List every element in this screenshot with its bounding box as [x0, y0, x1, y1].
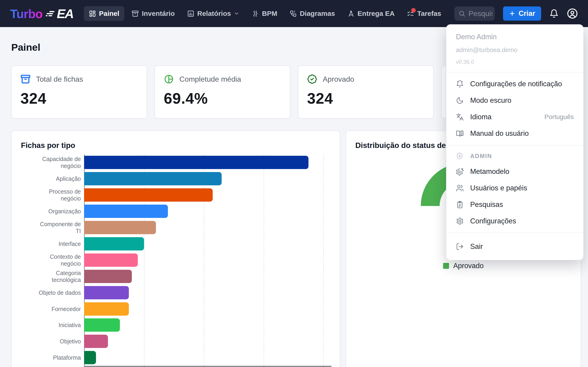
- stat-card-completeness: Completude média 69.4%: [155, 65, 290, 119]
- bar-chart-card: Fichas por tipo Capacidade de negócioApl…: [11, 131, 340, 367]
- bar-category-label: Objetivo: [35, 338, 81, 345]
- menu-item-dark-mode[interactable]: Modo escuro: [446, 92, 583, 109]
- nav-label: Diagramas: [300, 10, 335, 17]
- menu-section-general: Configurações de notificação Modo escuro…: [446, 72, 583, 145]
- bar-row: Componente de TI: [21, 219, 331, 236]
- bar[interactable]: [84, 221, 156, 234]
- plus-icon: [509, 10, 515, 17]
- bar-row: Plataforma: [21, 350, 331, 366]
- user-menu-header: Demo Admin admin@turboea.demo v0.36.0: [446, 25, 583, 72]
- menu-section-logout: Sair: [446, 233, 583, 260]
- menu-item-surveys[interactable]: Pesquisas: [446, 196, 583, 213]
- bar-row: Interface: [21, 236, 331, 252]
- nav-item-diagramas[interactable]: Diagramas: [285, 6, 340, 21]
- bell-icon: [456, 80, 464, 88]
- bar-category-label: Interface: [35, 240, 81, 247]
- nav-label: Inventário: [142, 10, 174, 17]
- menu-item-settings[interactable]: Configurações: [446, 213, 583, 229]
- logo-text-ea: EA: [57, 6, 73, 21]
- user-dropdown-menu: Demo Admin admin@turboea.demo v0.36.0 Co…: [446, 25, 583, 260]
- app-logo[interactable]: Turbo EA: [10, 6, 73, 21]
- stat-card-approved: Aprovado 324: [298, 65, 434, 119]
- menu-item-user-manual[interactable]: Manual do usuário: [446, 125, 583, 142]
- menu-item-label: Pesquisas: [470, 200, 503, 209]
- bar-category-label: Contexto de negócio: [35, 253, 81, 267]
- gear-icon: [456, 217, 464, 225]
- nav-label: Painel: [99, 10, 119, 17]
- nav-label: Relatórios: [197, 10, 231, 17]
- compass-icon: [347, 10, 355, 17]
- bar[interactable]: [84, 351, 96, 364]
- search-box[interactable]: [454, 6, 495, 21]
- menu-item-users-roles[interactable]: Usuários e papéis: [446, 180, 583, 196]
- bar[interactable]: [84, 156, 309, 169]
- user-avatar-icon: [567, 8, 578, 19]
- bar-row: Contexto de negócio: [21, 252, 331, 268]
- nav-label: BPM: [262, 10, 277, 17]
- search-input[interactable]: [468, 9, 493, 18]
- bar[interactable]: [84, 335, 108, 348]
- menu-item-metamodel[interactable]: Metamodelo: [446, 163, 583, 180]
- bar[interactable]: [84, 270, 132, 283]
- create-button[interactable]: Criar: [503, 6, 541, 21]
- search-icon: [458, 10, 465, 17]
- bell-icon: [549, 9, 559, 18]
- navbar: Turbo EA Painel Inventário Relatórios: [0, 0, 588, 27]
- user-avatar-button[interactable]: [567, 8, 578, 19]
- nav-item-entrega-ea[interactable]: Entrega EA: [342, 6, 400, 21]
- nav-item-painel[interactable]: Painel: [84, 6, 124, 21]
- bar-row: Organização: [21, 203, 331, 219]
- menu-item-label: Modo escuro: [470, 96, 511, 105]
- bar-row: Objetivo: [21, 333, 331, 350]
- nav-item-relatorios[interactable]: Relatórios: [182, 6, 245, 21]
- bar-row: Objeto de dados: [21, 284, 331, 301]
- bar[interactable]: [84, 286, 129, 299]
- nav-item-inventario[interactable]: Inventário: [127, 6, 180, 21]
- admin-section-label: ADMIN: [470, 152, 492, 160]
- menu-item-logout[interactable]: Sair: [446, 236, 583, 257]
- legend-label[interactable]: Aprovado: [453, 262, 484, 270]
- legend-swatch-aprovado[interactable]: [443, 263, 449, 269]
- menu-item-notification-settings[interactable]: Configurações de notificação: [446, 76, 583, 92]
- app-version: v0.36.0: [456, 59, 574, 65]
- menu-item-language[interactable]: Idioma Português: [446, 109, 583, 125]
- bar[interactable]: [84, 205, 168, 218]
- bar-category-label: Plataforma: [35, 354, 81, 361]
- report-chart-icon: [187, 10, 194, 17]
- menu-item-label: Manual do usuário: [470, 129, 529, 138]
- bar[interactable]: [84, 188, 213, 202]
- bpm-icon: [252, 10, 259, 17]
- stat-card-total: Total de fichas 324: [11, 65, 147, 119]
- dashboard-icon: [89, 10, 96, 17]
- bar[interactable]: [84, 237, 144, 250]
- bar-category-label: Categoria tecnológica: [35, 269, 81, 283]
- menu-item-label: Idioma: [470, 113, 492, 121]
- bar[interactable]: [84, 253, 138, 267]
- bar[interactable]: [84, 172, 222, 185]
- bar[interactable]: [84, 302, 129, 316]
- pie-icon: [164, 74, 174, 84]
- notifications-button[interactable]: [549, 9, 559, 18]
- bar-category-label: Aplicação: [35, 175, 81, 182]
- bar-chart-title: Fichas por tipo: [21, 141, 75, 150]
- bar-row: Categoria tecnológica: [21, 268, 331, 284]
- nav-item-tarefas[interactable]: Tarefas: [402, 6, 446, 21]
- clipboard-icon: [456, 201, 464, 209]
- diagram-icon: [290, 10, 297, 17]
- navbar-actions: Criar: [454, 6, 578, 21]
- bar-row: Iniciativa: [21, 317, 331, 333]
- bar-category-label: Fornecedor: [35, 306, 81, 312]
- speed-lines-icon: [45, 10, 56, 19]
- bar[interactable]: [84, 318, 120, 332]
- badge-check-icon: [307, 74, 317, 84]
- menu-item-label: Metamodelo: [470, 167, 510, 176]
- book-icon: [456, 130, 464, 137]
- stat-value: 324: [20, 90, 138, 107]
- users-icon: [456, 184, 464, 192]
- logo-text-turbo: Turbo: [10, 7, 43, 21]
- create-label: Criar: [519, 9, 535, 18]
- user-email: admin@turboea.demo: [456, 47, 574, 54]
- menu-item-label: Usuários e papéis: [470, 184, 527, 192]
- stat-label: Aprovado: [323, 75, 354, 83]
- nav-item-bpm[interactable]: BPM: [247, 6, 282, 21]
